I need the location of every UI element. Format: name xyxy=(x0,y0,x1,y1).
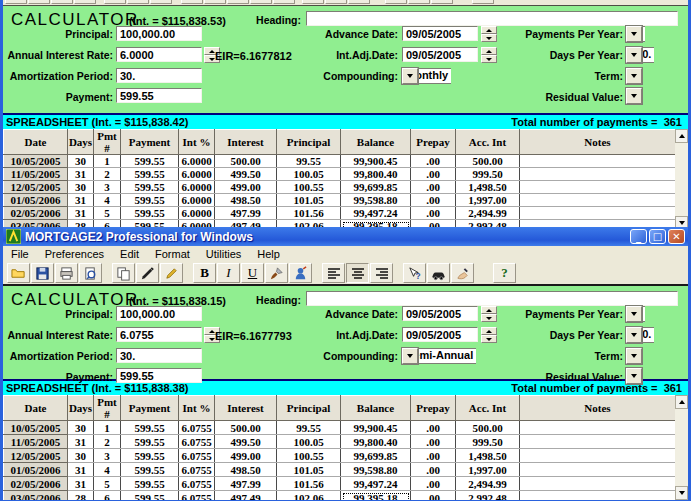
help-button[interactable]: ? xyxy=(493,263,516,283)
menu-preferences[interactable]: Preferences xyxy=(37,248,112,260)
scroll-up-icon[interactable] xyxy=(675,129,688,143)
heading-input[interactable] xyxy=(306,11,678,26)
days-per-year-dropdown[interactable]: 360. xyxy=(626,47,683,63)
principal-input[interactable] xyxy=(116,306,202,321)
cell[interactable] xyxy=(520,463,676,477)
column-header-balance[interactable]: Balance xyxy=(341,396,411,421)
cell[interactable]: .00 xyxy=(411,207,456,220)
cell[interactable]: 101.05 xyxy=(277,463,341,477)
cell[interactable]: 4 xyxy=(94,194,121,207)
cell[interactable]: .00 xyxy=(411,168,456,181)
vertical-scrollbar[interactable] xyxy=(675,395,688,500)
cell[interactable]: 1,498.50 xyxy=(456,449,520,463)
cell[interactable]: 2 xyxy=(94,435,121,449)
cell[interactable]: 497.49 xyxy=(215,491,277,501)
save-button[interactable] xyxy=(31,263,54,283)
cell[interactable]: .00 xyxy=(411,491,456,501)
cell[interactable] xyxy=(520,194,676,207)
cell[interactable]: 30 xyxy=(68,449,94,463)
cell[interactable]: 30 xyxy=(68,421,94,435)
cell[interactable] xyxy=(520,155,676,168)
cell[interactable]: 1,997.00 xyxy=(456,463,520,477)
column-header-pmt-[interactable]: Pmt # xyxy=(94,396,121,421)
menu-edit[interactable]: Edit xyxy=(112,248,147,260)
cell[interactable]: .00 xyxy=(411,181,456,194)
column-header-notes[interactable]: Notes xyxy=(520,130,676,155)
cell[interactable]: 599.55 xyxy=(121,155,179,168)
cell[interactable]: 599.55 xyxy=(121,477,179,491)
cell[interactable]: 6.0000 xyxy=(179,168,215,181)
int-adj-date-input[interactable] xyxy=(402,327,478,342)
scroll-down-icon[interactable] xyxy=(675,486,688,500)
date-cell[interactable]: 02/05/2006 xyxy=(4,477,68,491)
cell[interactable] xyxy=(520,421,676,435)
maximize-button[interactable]: □ xyxy=(649,229,666,244)
format-painter-button[interactable] xyxy=(289,263,312,283)
date-cell[interactable]: 01/05/2006 xyxy=(4,194,68,207)
car-tool-button[interactable] xyxy=(427,263,450,283)
cell[interactable]: 500.00 xyxy=(215,421,277,435)
column-header-payment[interactable]: Payment xyxy=(121,396,179,421)
cell[interactable] xyxy=(520,435,676,449)
cell[interactable]: .00 xyxy=(411,421,456,435)
chevron-down-icon[interactable] xyxy=(626,68,642,84)
int-adj-date-input[interactable] xyxy=(402,47,478,62)
scroll-up-icon[interactable] xyxy=(675,395,688,409)
date-cell[interactable]: 02/05/2006 xyxy=(4,207,68,220)
context-help-button[interactable]: ? xyxy=(403,263,426,283)
minimize-button[interactable]: _ xyxy=(630,229,647,244)
column-header-prepay[interactable]: Prepay xyxy=(411,396,456,421)
residual-value-dropdown[interactable] xyxy=(626,88,683,104)
cell[interactable]: 3 xyxy=(94,449,121,463)
bold-button[interactable]: B xyxy=(193,263,216,283)
cell[interactable]: 499.50 xyxy=(215,435,277,449)
payment-input[interactable] xyxy=(116,88,202,103)
date-cell[interactable]: 03/05/2006 xyxy=(4,491,68,501)
align-center-button[interactable] xyxy=(346,263,369,283)
column-header-prepay[interactable]: Prepay xyxy=(411,130,456,155)
cell[interactable]: 6.0755 xyxy=(179,463,215,477)
cell[interactable]: 31 xyxy=(68,435,94,449)
annual-interest-rate-input[interactable] xyxy=(116,47,202,62)
pen-tool-button[interactable] xyxy=(160,263,183,283)
cell[interactable]: 2,992.48 xyxy=(456,491,520,501)
cell[interactable]: 599.55 xyxy=(121,463,179,477)
cell[interactable]: 500.00 xyxy=(456,155,520,168)
chevron-down-icon[interactable] xyxy=(626,88,642,104)
cell[interactable]: 30 xyxy=(68,155,94,168)
cell[interactable]: 500.00 xyxy=(215,155,277,168)
chevron-down-icon[interactable] xyxy=(626,26,642,42)
close-button[interactable]: ✕ xyxy=(668,229,685,244)
column-header-int-[interactable]: Int % xyxy=(179,130,215,155)
cell[interactable]: 6.0755 xyxy=(179,449,215,463)
cell[interactable]: 31 xyxy=(68,168,94,181)
cell[interactable]: 99,598.80 xyxy=(341,463,411,477)
cell[interactable]: 100.05 xyxy=(277,435,341,449)
column-header-notes[interactable]: Notes xyxy=(520,396,676,421)
cell[interactable]: 31 xyxy=(68,207,94,220)
copy-button[interactable] xyxy=(112,263,135,283)
cell[interactable]: 5 xyxy=(94,477,121,491)
date-cell[interactable]: 12/05/2005 xyxy=(4,449,68,463)
chevron-down-icon[interactable] xyxy=(626,306,642,322)
cell[interactable]: 99,699.85 xyxy=(341,449,411,463)
cell[interactable]: 6.0755 xyxy=(179,421,215,435)
cell[interactable]: 99,800.40 xyxy=(341,168,411,181)
cell[interactable]: 99,900.45 xyxy=(341,421,411,435)
print-button[interactable] xyxy=(55,263,78,283)
cell[interactable]: 99.55 xyxy=(277,155,341,168)
cell[interactable]: 2,494.99 xyxy=(456,477,520,491)
cell[interactable]: 28 xyxy=(68,491,94,501)
cell[interactable]: 499.00 xyxy=(215,449,277,463)
chevron-down-icon[interactable] xyxy=(626,368,642,384)
menu-utilities[interactable]: Utilities xyxy=(198,248,249,260)
cell[interactable]: .00 xyxy=(411,435,456,449)
chevron-down-icon[interactable] xyxy=(402,348,418,364)
date-cell[interactable]: 10/05/2005 xyxy=(4,155,68,168)
advance-date-input[interactable] xyxy=(402,306,478,321)
cell[interactable]: 99,800.40 xyxy=(341,435,411,449)
date-cell[interactable]: 12/05/2005 xyxy=(4,181,68,194)
underline-button[interactable]: U xyxy=(241,263,264,283)
cell[interactable]: 5 xyxy=(94,207,121,220)
chevron-down-icon[interactable] xyxy=(402,68,418,84)
